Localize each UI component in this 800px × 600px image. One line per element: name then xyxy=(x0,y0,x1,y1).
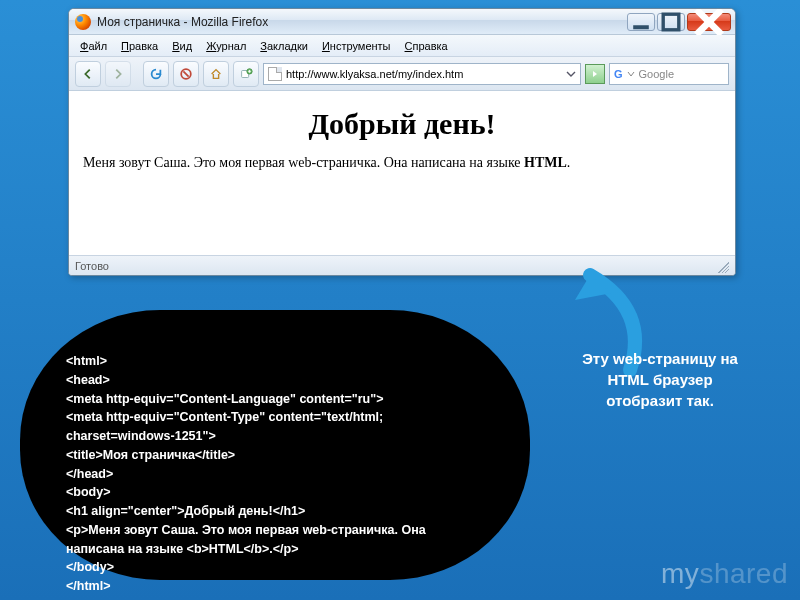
status-text: Готово xyxy=(75,260,109,272)
menu-tools[interactable]: Инструменты xyxy=(315,38,398,54)
home-button[interactable] xyxy=(203,61,229,87)
menu-history[interactable]: Журнал xyxy=(199,38,253,54)
address-bar[interactable]: http://www.klyaksa.net/my/index.htm xyxy=(263,63,581,85)
url-text: http://www.klyaksa.net/my/index.htm xyxy=(286,68,562,80)
code-line: <h1 align="center">Добрый день!</h1> xyxy=(66,502,484,521)
window-controls xyxy=(625,13,731,31)
source-code-bubble: <html> <head> <meta http-equiv="Content-… xyxy=(20,310,530,580)
watermark: myshared xyxy=(661,558,788,590)
statusbar: Готово xyxy=(69,255,735,275)
titlebar[interactable]: Моя страничка - Mozilla Firefox xyxy=(69,9,735,35)
menu-bookmarks[interactable]: Закладки xyxy=(253,38,315,54)
code-line: </head> xyxy=(66,465,484,484)
toolbar: http://www.klyaksa.net/my/index.htm G Go… xyxy=(69,57,735,91)
search-box[interactable]: G Google xyxy=(609,63,729,85)
close-button[interactable] xyxy=(687,13,731,31)
menubar: Файл Правка Вид Журнал Закладки Инструме… xyxy=(69,35,735,57)
menu-edit[interactable]: Правка xyxy=(114,38,165,54)
code-line: <body> xyxy=(66,483,484,502)
forward-button[interactable] xyxy=(105,61,131,87)
code-line: <title>Моя страничка</title> xyxy=(66,446,484,465)
back-button[interactable] xyxy=(75,61,101,87)
code-line: <meta http-equiv="Content-Language" cont… xyxy=(66,390,484,409)
code-line: <html> xyxy=(66,352,484,371)
code-line: <p>Меня зовут Саша. Это моя первая web-с… xyxy=(66,521,484,559)
resize-grip-icon[interactable] xyxy=(715,259,729,273)
go-button[interactable] xyxy=(585,64,605,84)
search-placeholder: Google xyxy=(639,68,674,80)
page-heading: Добрый день! xyxy=(83,107,721,141)
firefox-icon xyxy=(75,14,91,30)
maximize-button[interactable] xyxy=(657,13,685,31)
code-line: </html> xyxy=(66,577,484,596)
stop-button[interactable] xyxy=(173,61,199,87)
code-line: </body> xyxy=(66,558,484,577)
window-title: Моя страничка - Mozilla Firefox xyxy=(97,15,625,29)
page-icon xyxy=(268,67,282,81)
firefox-window: Моя страничка - Mozilla Firefox Файл Пра… xyxy=(68,8,736,276)
page-content: Добрый день! Меня зовут Саша. Это моя пе… xyxy=(69,91,735,255)
code-line: <head> xyxy=(66,371,484,390)
minimize-button[interactable] xyxy=(627,13,655,31)
reload-button[interactable] xyxy=(143,61,169,87)
newtab-button[interactable] xyxy=(233,61,259,87)
menu-help[interactable]: Справка xyxy=(398,38,455,54)
search-dropdown-icon[interactable] xyxy=(627,70,635,78)
page-paragraph: Меня зовут Саша. Это моя первая web-стра… xyxy=(83,155,721,171)
annotation-caption: Эту web-страницу на HTML браузер отобраз… xyxy=(580,348,740,411)
svg-rect-1 xyxy=(663,14,679,30)
menu-view[interactable]: Вид xyxy=(165,38,199,54)
code-line: <meta http-equiv="Content-Type" content=… xyxy=(66,408,484,446)
svg-line-5 xyxy=(183,71,188,76)
menu-file[interactable]: Файл xyxy=(73,38,114,54)
dropdown-icon[interactable] xyxy=(566,69,576,79)
google-icon: G xyxy=(614,68,623,80)
